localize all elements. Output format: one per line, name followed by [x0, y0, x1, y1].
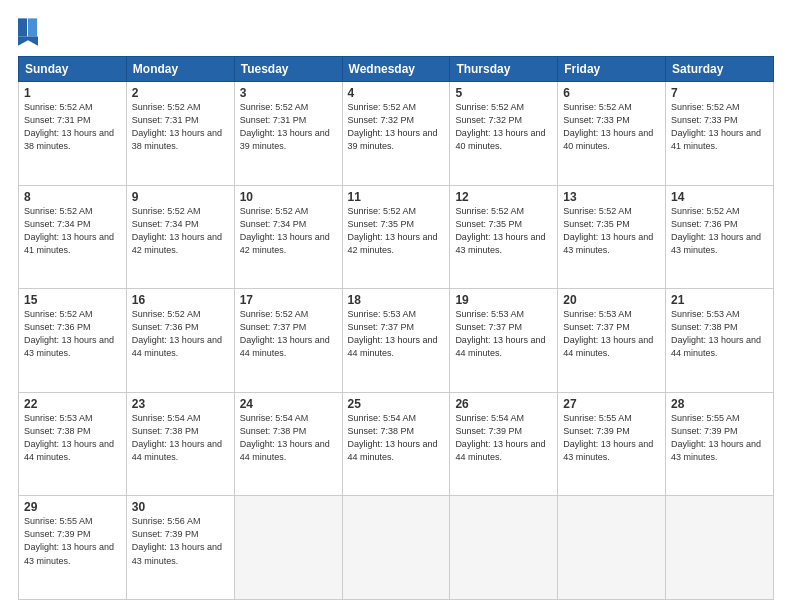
day-info: Sunrise: 5:52 AM Sunset: 7:32 PM Dayligh… — [455, 101, 552, 153]
sunset: Sunset: 7:32 PM — [455, 115, 522, 125]
sunrise: Sunrise: 5:52 AM — [563, 206, 632, 216]
calendar-cell: 2 Sunrise: 5:52 AM Sunset: 7:31 PM Dayli… — [126, 82, 234, 186]
daylight: Daylight: 13 hours and 41 minutes. — [671, 128, 761, 151]
day-info: Sunrise: 5:56 AM Sunset: 7:39 PM Dayligh… — [132, 515, 229, 567]
day-info: Sunrise: 5:52 AM Sunset: 7:34 PM Dayligh… — [132, 205, 229, 257]
sunrise: Sunrise: 5:52 AM — [132, 309, 201, 319]
day-number: 11 — [348, 190, 445, 204]
sunrise: Sunrise: 5:52 AM — [563, 102, 632, 112]
sunrise: Sunrise: 5:52 AM — [240, 206, 309, 216]
sunrise: Sunrise: 5:54 AM — [132, 413, 201, 423]
daylight: Daylight: 13 hours and 39 minutes. — [348, 128, 438, 151]
daylight: Daylight: 13 hours and 41 minutes. — [24, 232, 114, 255]
day-number: 13 — [563, 190, 660, 204]
day-number: 16 — [132, 293, 229, 307]
sunrise: Sunrise: 5:55 AM — [24, 516, 93, 526]
day-info: Sunrise: 5:53 AM Sunset: 7:38 PM Dayligh… — [24, 412, 121, 464]
daylight: Daylight: 13 hours and 43 minutes. — [563, 439, 653, 462]
calendar-week-5: 29 Sunrise: 5:55 AM Sunset: 7:39 PM Dayl… — [19, 496, 774, 600]
calendar-week-2: 8 Sunrise: 5:52 AM Sunset: 7:34 PM Dayli… — [19, 185, 774, 289]
day-number: 17 — [240, 293, 337, 307]
day-info: Sunrise: 5:52 AM Sunset: 7:36 PM Dayligh… — [132, 308, 229, 360]
calendar-cell — [450, 496, 558, 600]
day-number: 19 — [455, 293, 552, 307]
calendar-cell: 26 Sunrise: 5:54 AM Sunset: 7:39 PM Dayl… — [450, 392, 558, 496]
sunset: Sunset: 7:33 PM — [671, 115, 738, 125]
calendar-cell: 4 Sunrise: 5:52 AM Sunset: 7:32 PM Dayli… — [342, 82, 450, 186]
daylight: Daylight: 13 hours and 40 minutes. — [455, 128, 545, 151]
calendar-cell — [666, 496, 774, 600]
calendar-cell: 24 Sunrise: 5:54 AM Sunset: 7:38 PM Dayl… — [234, 392, 342, 496]
sunrise: Sunrise: 5:52 AM — [455, 102, 524, 112]
sunset: Sunset: 7:38 PM — [132, 426, 199, 436]
sunrise: Sunrise: 5:52 AM — [132, 206, 201, 216]
day-number: 10 — [240, 190, 337, 204]
sunrise: Sunrise: 5:52 AM — [132, 102, 201, 112]
sunset: Sunset: 7:34 PM — [240, 219, 307, 229]
day-number: 25 — [348, 397, 445, 411]
daylight: Daylight: 13 hours and 43 minutes. — [563, 232, 653, 255]
day-info: Sunrise: 5:55 AM Sunset: 7:39 PM Dayligh… — [671, 412, 768, 464]
calendar-cell: 9 Sunrise: 5:52 AM Sunset: 7:34 PM Dayli… — [126, 185, 234, 289]
daylight: Daylight: 13 hours and 44 minutes. — [563, 335, 653, 358]
sunrise: Sunrise: 5:52 AM — [455, 206, 524, 216]
daylight: Daylight: 13 hours and 44 minutes. — [240, 335, 330, 358]
calendar-cell: 25 Sunrise: 5:54 AM Sunset: 7:38 PM Dayl… — [342, 392, 450, 496]
sunset: Sunset: 7:39 PM — [671, 426, 738, 436]
sunset: Sunset: 7:35 PM — [455, 219, 522, 229]
weekday-header-wednesday: Wednesday — [342, 57, 450, 82]
calendar-cell: 23 Sunrise: 5:54 AM Sunset: 7:38 PM Dayl… — [126, 392, 234, 496]
day-number: 3 — [240, 86, 337, 100]
calendar-cell: 17 Sunrise: 5:52 AM Sunset: 7:37 PM Dayl… — [234, 289, 342, 393]
sunset: Sunset: 7:38 PM — [671, 322, 738, 332]
sunset: Sunset: 7:31 PM — [132, 115, 199, 125]
sunrise: Sunrise: 5:53 AM — [671, 309, 740, 319]
calendar-cell: 27 Sunrise: 5:55 AM Sunset: 7:39 PM Dayl… — [558, 392, 666, 496]
calendar-cell: 3 Sunrise: 5:52 AM Sunset: 7:31 PM Dayli… — [234, 82, 342, 186]
day-number: 9 — [132, 190, 229, 204]
calendar-week-1: 1 Sunrise: 5:52 AM Sunset: 7:31 PM Dayli… — [19, 82, 774, 186]
day-number: 30 — [132, 500, 229, 514]
daylight: Daylight: 13 hours and 44 minutes. — [671, 335, 761, 358]
daylight: Daylight: 13 hours and 38 minutes. — [132, 128, 222, 151]
day-info: Sunrise: 5:52 AM Sunset: 7:36 PM Dayligh… — [24, 308, 121, 360]
daylight: Daylight: 13 hours and 44 minutes. — [348, 439, 438, 462]
sunrise: Sunrise: 5:56 AM — [132, 516, 201, 526]
calendar-cell: 5 Sunrise: 5:52 AM Sunset: 7:32 PM Dayli… — [450, 82, 558, 186]
calendar-week-4: 22 Sunrise: 5:53 AM Sunset: 7:38 PM Dayl… — [19, 392, 774, 496]
day-number: 12 — [455, 190, 552, 204]
sunset: Sunset: 7:38 PM — [240, 426, 307, 436]
calendar-cell: 22 Sunrise: 5:53 AM Sunset: 7:38 PM Dayl… — [19, 392, 127, 496]
daylight: Daylight: 13 hours and 43 minutes. — [671, 439, 761, 462]
sunset: Sunset: 7:31 PM — [24, 115, 91, 125]
calendar-cell: 16 Sunrise: 5:52 AM Sunset: 7:36 PM Dayl… — [126, 289, 234, 393]
sunrise: Sunrise: 5:52 AM — [24, 102, 93, 112]
day-number: 7 — [671, 86, 768, 100]
day-number: 1 — [24, 86, 121, 100]
day-number: 28 — [671, 397, 768, 411]
calendar-cell: 15 Sunrise: 5:52 AM Sunset: 7:36 PM Dayl… — [19, 289, 127, 393]
sunset: Sunset: 7:32 PM — [348, 115, 415, 125]
day-number: 21 — [671, 293, 768, 307]
sunrise: Sunrise: 5:52 AM — [671, 206, 740, 216]
daylight: Daylight: 13 hours and 42 minutes. — [348, 232, 438, 255]
sunset: Sunset: 7:37 PM — [563, 322, 630, 332]
calendar-cell: 29 Sunrise: 5:55 AM Sunset: 7:39 PM Dayl… — [19, 496, 127, 600]
day-number: 4 — [348, 86, 445, 100]
daylight: Daylight: 13 hours and 44 minutes. — [132, 335, 222, 358]
sunset: Sunset: 7:37 PM — [240, 322, 307, 332]
sunset: Sunset: 7:38 PM — [348, 426, 415, 436]
calendar-cell: 19 Sunrise: 5:53 AM Sunset: 7:37 PM Dayl… — [450, 289, 558, 393]
daylight: Daylight: 13 hours and 43 minutes. — [455, 232, 545, 255]
calendar-cell: 7 Sunrise: 5:52 AM Sunset: 7:33 PM Dayli… — [666, 82, 774, 186]
day-info: Sunrise: 5:52 AM Sunset: 7:34 PM Dayligh… — [24, 205, 121, 257]
daylight: Daylight: 13 hours and 39 minutes. — [240, 128, 330, 151]
day-info: Sunrise: 5:52 AM Sunset: 7:31 PM Dayligh… — [132, 101, 229, 153]
sunset: Sunset: 7:39 PM — [132, 529, 199, 539]
sunrise: Sunrise: 5:52 AM — [240, 102, 309, 112]
day-info: Sunrise: 5:53 AM Sunset: 7:38 PM Dayligh… — [671, 308, 768, 360]
sunset: Sunset: 7:35 PM — [563, 219, 630, 229]
weekday-header-saturday: Saturday — [666, 57, 774, 82]
sunset: Sunset: 7:39 PM — [563, 426, 630, 436]
sunrise: Sunrise: 5:53 AM — [563, 309, 632, 319]
